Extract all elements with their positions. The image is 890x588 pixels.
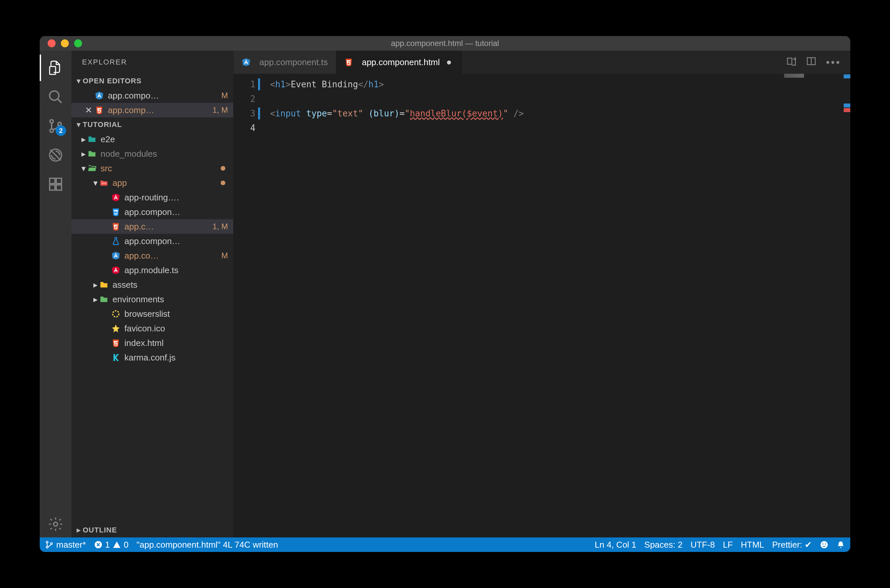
- tree-item-label: e2e: [101, 134, 233, 144]
- status-message: "app.component.html" 4L 74C written: [137, 540, 278, 550]
- status-eol[interactable]: LF: [723, 540, 733, 550]
- code-editor[interactable]: 1 2 3 4 <h1>Event Binding</h1> <input ty…: [234, 74, 850, 537]
- svg-rect-15: [788, 58, 792, 64]
- more-icon[interactable]: •••: [826, 56, 841, 69]
- open-editor-item[interactable]: ✕ app.comp… 1, M: [72, 103, 233, 117]
- tree-item-label: app.module.ts: [125, 265, 233, 276]
- folder-teal-icon: [87, 135, 97, 144]
- svg-point-14: [113, 311, 119, 317]
- star-icon: [111, 324, 120, 333]
- status-cursor[interactable]: Ln 4, Col 1: [595, 540, 636, 550]
- tree-item[interactable]: app.co…M: [72, 248, 233, 263]
- status-prettier[interactable]: Prettier: ✔: [772, 540, 812, 550]
- tree-item-label: app.compon…: [125, 236, 233, 246]
- status-encoding[interactable]: UTF-8: [690, 540, 715, 550]
- status-bell-icon[interactable]: [836, 540, 845, 549]
- vscode-window: app.component.html — tutorial 2: [40, 36, 850, 552]
- close-icon[interactable]: ✕: [85, 106, 93, 114]
- angular-blue-icon: [111, 251, 120, 260]
- modified-dot-icon: [221, 166, 225, 171]
- tree-item-label: src: [101, 164, 221, 174]
- editor-group: app.component.ts app.component.html ● ••…: [234, 51, 850, 537]
- tree-item[interactable]: favicon.ico: [72, 321, 233, 336]
- zoom-window-icon[interactable]: [74, 39, 82, 47]
- html-icon: [344, 57, 353, 67]
- folder-dim-icon: [87, 149, 97, 158]
- svg-rect-13: [105, 183, 106, 183]
- minimap[interactable]: [784, 74, 850, 537]
- tree-item[interactable]: ▸assets: [72, 278, 233, 292]
- tree-item-label: app.compon…: [125, 207, 233, 217]
- tree-item-label: app.c…: [125, 222, 212, 232]
- svg-point-10: [54, 522, 57, 526]
- section-outline[interactable]: ▸OUTLINE: [72, 523, 233, 537]
- status-problems[interactable]: 1 0: [94, 540, 129, 550]
- activity-extensions[interactable]: [40, 171, 72, 197]
- status-feedback-icon[interactable]: [820, 540, 828, 549]
- svg-point-17: [47, 542, 48, 543]
- tree-item-label: app.co…: [125, 250, 221, 261]
- tree-item[interactable]: app.c…1, M: [72, 219, 233, 234]
- open-editor-item[interactable]: app.compo… M: [72, 88, 233, 103]
- overview-ruler[interactable]: [842, 74, 850, 537]
- tree-item[interactable]: ▾app: [72, 176, 233, 190]
- vcs-badge: 1, M: [212, 222, 233, 231]
- tab-app-component-ts[interactable]: app.component.ts: [234, 51, 336, 74]
- compare-changes-icon[interactable]: [786, 56, 797, 69]
- activity-debug[interactable]: [40, 142, 72, 168]
- chevron-icon[interactable]: ▸: [91, 294, 99, 304]
- svg-rect-9: [56, 178, 62, 183]
- editor-actions: •••: [777, 51, 850, 74]
- tab-app-component-html[interactable]: app.component.html ●: [336, 51, 462, 74]
- section-open-editors[interactable]: ▾OPEN EDITORS: [72, 74, 233, 88]
- code-content[interactable]: <h1>Event Binding</h1> <input type="text…: [260, 74, 850, 537]
- folder-open-icon: [87, 164, 97, 173]
- svg-point-3: [50, 129, 53, 132]
- close-icon[interactable]: ●: [444, 57, 453, 68]
- sidebar-title: EXPLORER: [72, 51, 233, 74]
- html-icon: [95, 105, 104, 115]
- svg-rect-12: [104, 183, 104, 183]
- split-editor-icon[interactable]: [806, 56, 816, 69]
- svg-rect-8: [56, 185, 62, 190]
- activity-settings[interactable]: [40, 511, 72, 537]
- tree-item[interactable]: app-routing….: [72, 190, 233, 205]
- tree-item[interactable]: ▸e2e: [72, 132, 233, 147]
- ring-icon: [111, 309, 120, 318]
- status-branch[interactable]: master*: [45, 540, 86, 550]
- activity-search[interactable]: [40, 84, 72, 110]
- status-bar: master* 1 0 "app.component.html" 4L 74C …: [40, 537, 850, 552]
- chevron-icon[interactable]: ▸: [80, 149, 87, 159]
- tree-item[interactable]: app.compon…: [72, 205, 233, 219]
- activity-bar: 2: [40, 51, 72, 537]
- section-workspace[interactable]: ▾TUTORIAL: [72, 117, 233, 132]
- vcs-badge: M: [221, 251, 233, 260]
- tree-item[interactable]: app.module.ts: [72, 263, 233, 278]
- angular-icon: [111, 193, 120, 202]
- svg-point-2: [50, 120, 53, 123]
- chevron-icon[interactable]: ▸: [80, 134, 87, 144]
- chevron-icon[interactable]: ▾: [80, 164, 87, 174]
- tab-bar: app.component.ts app.component.html ● ••…: [234, 51, 850, 74]
- chevron-icon[interactable]: ▾: [91, 178, 99, 188]
- titlebar[interactable]: app.component.html — tutorial: [40, 36, 850, 51]
- activity-scm[interactable]: 2: [40, 113, 72, 139]
- scm-badge: 2: [56, 125, 66, 136]
- tree-item[interactable]: ▾src: [72, 161, 233, 176]
- tree-item[interactable]: ▸node_modules: [72, 147, 233, 161]
- tree-item[interactable]: browserslist: [72, 307, 233, 321]
- tree-item[interactable]: ▸environments: [72, 292, 233, 307]
- status-indent[interactable]: Spaces: 2: [644, 540, 683, 550]
- activity-explorer[interactable]: [40, 55, 72, 81]
- tree-item[interactable]: karma.conf.js: [72, 350, 233, 365]
- html-icon: [111, 222, 120, 231]
- close-window-icon[interactable]: [48, 39, 56, 47]
- tree-item[interactable]: index.html: [72, 336, 233, 350]
- tree-item-label: app: [113, 178, 221, 188]
- minimize-window-icon[interactable]: [61, 39, 69, 47]
- chevron-icon[interactable]: ▸: [91, 280, 99, 290]
- karma-icon: [111, 353, 120, 362]
- status-language[interactable]: HTML: [741, 540, 764, 550]
- folder-green-icon: [99, 295, 108, 304]
- tree-item[interactable]: app.compon…: [72, 234, 233, 248]
